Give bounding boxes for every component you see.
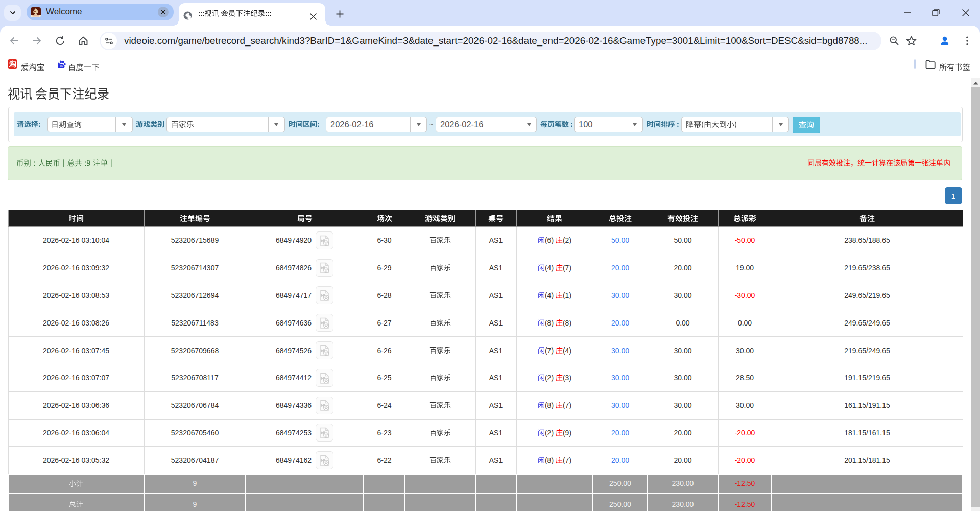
svg-text:du: du: [60, 64, 63, 67]
